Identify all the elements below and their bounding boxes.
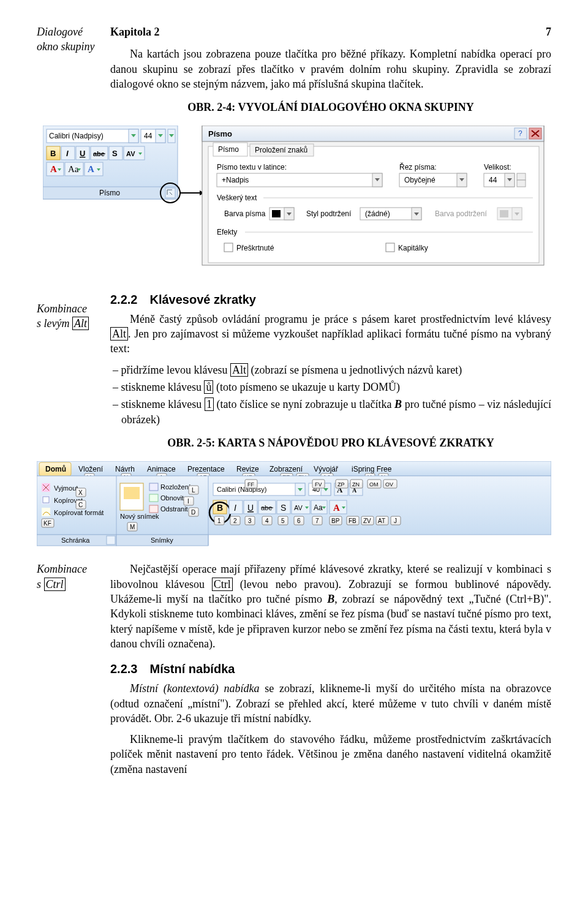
figure-2-5-title: OBR. 2-5: KARTA S NÁPOVĚDOU PRO KLÁVESOV… — [110, 435, 551, 450]
svg-text:Domů: Domů — [45, 465, 66, 473]
svg-text:7: 7 — [315, 518, 319, 524]
heading-2-2-2: 2.2.2Klávesové zkratky — [110, 292, 551, 308]
svg-text:44: 44 — [144, 132, 153, 140]
paragraph-2-2-3a: Místní (kontextová) nabídka se zobrazí, … — [110, 681, 551, 726]
svg-text:Snímky: Snímky — [151, 537, 173, 544]
paragraph-2-2-3b: Klikneme-li pravým tlačítkem do stavovéh… — [110, 732, 551, 777]
svg-text:I: I — [234, 503, 236, 513]
figure-2-4-title: OBR. 2-4: VYVOLÁNÍ DIALOGOVÉHO OKNA SKUP… — [110, 100, 551, 115]
svg-text:S: S — [281, 503, 286, 513]
svg-rect-55 — [517, 173, 526, 180]
svg-text:6: 6 — [297, 518, 301, 524]
list-item: přidržíme levou klávesu Alt (zobrazí se … — [110, 363, 551, 377]
svg-rect-33 — [202, 126, 544, 141]
svg-text:Kapitálky: Kapitálky — [398, 244, 428, 252]
list-item: stiskneme klávesu 1 (tato číslice se nyn… — [110, 397, 551, 427]
svg-text:ZV: ZV — [363, 518, 371, 524]
svg-text:(žádné): (žádné) — [365, 209, 390, 218]
svg-text:Písmo textu v latince:: Písmo textu v latince: — [217, 163, 287, 171]
page-header: Kapitola 2 7 — [110, 24, 551, 39]
svg-text:BP: BP — [331, 518, 340, 524]
svg-text:Přeškrtnuté: Přeškrtnuté — [236, 244, 274, 252]
margin-text: Dialogové okno skupiny — [37, 24, 104, 55]
svg-text:?: ? — [518, 129, 522, 138]
svg-text:B: B — [50, 149, 56, 158]
svg-text:X: X — [78, 489, 83, 496]
steps-list: přidržíme levou klávesu Alt (zobrazí se … — [110, 363, 551, 427]
svg-text:Vložení: Vložení — [78, 465, 104, 473]
svg-rect-75 — [386, 243, 394, 252]
svg-text:Prezentace: Prezentace — [187, 465, 225, 473]
svg-text:Revize: Revize — [236, 465, 259, 473]
svg-text:3: 3 — [248, 518, 252, 524]
svg-text:OM: OM — [369, 481, 379, 488]
svg-rect-124 — [107, 536, 115, 544]
svg-text:Aa: Aa — [68, 164, 79, 174]
svg-text:Veškerý text: Veškerý text — [217, 194, 257, 202]
svg-text:Odstranit: Odstranit — [160, 505, 188, 513]
svg-rect-61 — [272, 210, 281, 217]
svg-rect-129 — [149, 483, 158, 491]
svg-rect-112 — [43, 497, 49, 503]
svg-text:ZN: ZN — [352, 481, 360, 488]
svg-text:Proložení znaků: Proložení znaků — [255, 146, 307, 154]
svg-text:Obyčejné: Obyčejné — [404, 176, 435, 184]
svg-text:2: 2 — [233, 518, 237, 524]
svg-text:A: A — [50, 164, 57, 174]
svg-text:J: J — [394, 518, 397, 524]
svg-text:iSpring Free: iSpring Free — [352, 465, 392, 473]
svg-rect-131 — [149, 494, 158, 502]
svg-text:B: B — [217, 503, 223, 513]
svg-text:M: M — [130, 524, 135, 530]
heading-2-2-3: 2.2.3Místní nabídka — [110, 661, 551, 677]
svg-text:Vyjmout: Vyjmout — [54, 484, 78, 492]
svg-text:Schránka: Schránka — [61, 537, 90, 544]
svg-rect-56 — [517, 180, 526, 187]
svg-text:L: L — [192, 487, 195, 494]
svg-text:C: C — [78, 502, 83, 508]
svg-text:Aa: Aa — [314, 503, 323, 512]
paragraph-intro: Na kartách jsou zobrazena pouze tlačítka… — [110, 47, 551, 91]
svg-text:Písmo: Písmo — [99, 189, 120, 197]
svg-rect-127 — [124, 487, 140, 499]
svg-rect-69 — [500, 210, 508, 217]
chapter-label: Kapitola 2 — [110, 24, 160, 39]
svg-text:FB: FB — [349, 518, 356, 524]
svg-text:U: U — [80, 149, 85, 158]
figure-2-5: Domů Vložení Návrh Animace Prezentace Re… — [37, 461, 551, 551]
svg-text:Barva podtržení: Barva podtržení — [435, 209, 487, 218]
figure-2-4: Calibri (Nadpisy) 44 B I U abe S AV A Aa… — [37, 126, 551, 270]
svg-text:5: 5 — [281, 518, 285, 524]
svg-text:Velikost:: Velikost: — [484, 163, 511, 171]
svg-text:I: I — [66, 149, 69, 158]
svg-text:A: A — [333, 503, 340, 513]
svg-text:Návrh: Návrh — [115, 465, 135, 473]
margin-note-dialog-window: Dialogové okno skupiny — [37, 24, 104, 119]
page-number: 7 — [546, 24, 551, 39]
list-item: stiskneme klávesu ů (toto písmeno se uka… — [110, 380, 551, 394]
margin-note-alt: Kombinace s levým Alt — [37, 282, 104, 455]
svg-text:AV: AV — [126, 150, 135, 157]
svg-text:KF: KF — [43, 520, 51, 527]
paragraph-ctrl: Nejčastější operace mají přiřazeny přímé… — [110, 562, 551, 651]
svg-text:D: D — [191, 509, 195, 516]
margin-note-ctrl: Kombinace s Ctrl — [37, 562, 104, 783]
svg-text:Vývojář: Vývojář — [314, 465, 339, 473]
svg-text:Obnovit: Obnovit — [160, 494, 184, 502]
svg-text:AT: AT — [378, 518, 385, 524]
svg-text:+Nadpis: +Nadpis — [222, 176, 249, 184]
svg-text:44: 44 — [489, 176, 497, 184]
svg-text:Animace: Animace — [147, 465, 176, 473]
svg-text:U: U — [247, 503, 254, 513]
svg-text:Nový snímek: Nový snímek — [120, 513, 159, 520]
svg-text:Kopírovat formát: Kopírovat formát — [54, 509, 104, 516]
svg-text:4: 4 — [265, 518, 269, 524]
svg-text:AV: AV — [294, 504, 303, 511]
svg-rect-133 — [149, 505, 158, 513]
svg-text:Efekty: Efekty — [217, 228, 237, 236]
svg-text:S: S — [112, 149, 118, 158]
svg-text:I: I — [187, 498, 189, 505]
svg-text:Zobrazení: Zobrazení — [270, 465, 303, 473]
svg-text:Písmo: Písmo — [208, 129, 232, 138]
svg-text:Barva písma: Barva písma — [224, 209, 266, 218]
